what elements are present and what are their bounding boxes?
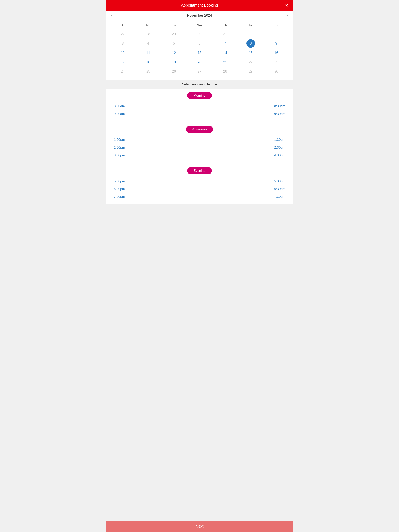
calendar-day[interactable]: 20 bbox=[195, 58, 204, 66]
time-slot[interactable]: 7:00pm bbox=[114, 195, 129, 199]
calendar-day[interactable]: 13 bbox=[195, 49, 204, 57]
calendar-day[interactable]: 7 bbox=[221, 39, 229, 48]
weekday-label: Fr bbox=[238, 22, 264, 28]
time-row: 9:00am9:30am bbox=[114, 110, 285, 118]
time-slot[interactable]: 8:00am bbox=[114, 104, 129, 108]
weekday-label: Tu bbox=[161, 22, 187, 28]
time-group-header: Afternoon bbox=[106, 123, 293, 134]
weekday-label: Mo bbox=[135, 22, 161, 28]
next-month-button[interactable]: › bbox=[283, 12, 291, 19]
calendar-day[interactable]: 8 bbox=[246, 39, 255, 48]
time-group-badge-afternoon: Afternoon bbox=[186, 126, 213, 133]
time-slot[interactable]: 5:30pm bbox=[270, 179, 285, 183]
days-grid: 2728293031123456789101112131415161718192… bbox=[110, 30, 289, 76]
calendar-day[interactable]: 19 bbox=[170, 58, 178, 66]
calendar-day: 31 bbox=[221, 30, 229, 38]
time-group-afternoon: Afternoon1:00pm1:30pm2:00pm2:30pm3:00pm4… bbox=[106, 123, 293, 162]
back-button[interactable]: ‹ bbox=[109, 1, 114, 9]
weekday-label: We bbox=[187, 22, 212, 28]
calendar-day: 6 bbox=[195, 39, 204, 48]
time-slot[interactable]: 7:30pm bbox=[270, 195, 285, 199]
time-row: 2:00pm2:30pm bbox=[114, 144, 285, 152]
calendar-day[interactable]: 17 bbox=[118, 58, 127, 66]
header-title: Appointment Booking bbox=[181, 3, 218, 8]
weekday-label: Sa bbox=[264, 22, 289, 28]
calendar-day: 26 bbox=[170, 67, 178, 76]
calendar-day[interactable]: 21 bbox=[221, 58, 229, 66]
close-button[interactable]: ✕ bbox=[283, 1, 290, 9]
calendar-day: 3 bbox=[118, 39, 127, 48]
time-slot[interactable]: 2:30pm bbox=[270, 146, 285, 150]
calendar-day: 23 bbox=[272, 58, 281, 66]
app-header: ‹ Appointment Booking ✕ bbox=[106, 0, 293, 11]
calendar-day[interactable]: 15 bbox=[246, 49, 255, 57]
time-slot[interactable]: 6:30pm bbox=[270, 187, 285, 191]
time-group-evening: Evening5:00pm5:30pm6:00pm6:30pm7:00pm7:3… bbox=[106, 164, 293, 204]
time-slot[interactable]: 1:00pm bbox=[114, 138, 129, 142]
time-group-morning: Morning8:00am8:30am9:00am9:30am bbox=[106, 89, 293, 121]
calendar-day: 28 bbox=[144, 30, 153, 38]
calendar-day[interactable]: 1 bbox=[246, 30, 255, 38]
calendar-day[interactable]: 12 bbox=[170, 49, 178, 57]
calendar-day[interactable]: 9 bbox=[272, 39, 281, 48]
time-row: 7:00pm7:30pm bbox=[114, 193, 285, 201]
time-row: 8:00am8:30am bbox=[114, 102, 285, 110]
time-section: Morning8:00am8:30am9:00am9:30amAfternoon… bbox=[106, 89, 293, 204]
time-slot[interactable]: 9:30am bbox=[270, 112, 285, 116]
calendar-day[interactable]: 10 bbox=[118, 49, 127, 57]
calendar-day: 4 bbox=[144, 39, 153, 48]
calendar-day[interactable]: 11 bbox=[144, 49, 153, 57]
next-button[interactable]: Next bbox=[109, 524, 290, 528]
divider bbox=[106, 122, 293, 122]
time-slot[interactable]: 9:00am bbox=[114, 112, 129, 116]
calendar-day: 22 bbox=[246, 58, 255, 66]
weekday-headers: SuMoTuWeThFrSa bbox=[110, 22, 289, 28]
time-slots: 8:00am8:30am9:00am9:30am bbox=[106, 101, 293, 121]
time-group-header: Evening bbox=[106, 164, 293, 176]
calendar-day: 27 bbox=[118, 30, 127, 38]
time-slot[interactable]: 6:00pm bbox=[114, 187, 129, 191]
time-group-badge-morning: Morning bbox=[187, 92, 212, 99]
calendar-day: 25 bbox=[144, 67, 153, 76]
time-slot[interactable]: 5:00pm bbox=[114, 179, 129, 183]
prev-month-button[interactable]: ‹ bbox=[108, 12, 116, 19]
time-row: 3:00pm4:30pm bbox=[114, 152, 285, 159]
calendar-day: 27 bbox=[195, 67, 204, 76]
calendar-day: 5 bbox=[170, 39, 178, 48]
calendar-day[interactable]: 18 bbox=[144, 58, 153, 66]
time-slot[interactable]: 2:00pm bbox=[114, 146, 129, 150]
weekday-label: Su bbox=[110, 22, 135, 28]
calendar-day: 29 bbox=[170, 30, 178, 38]
select-time-label: Select an available time bbox=[106, 80, 293, 89]
time-slot[interactable]: 4:30pm bbox=[270, 153, 285, 157]
time-slots: 1:00pm1:30pm2:00pm2:30pm3:00pm4:30pm bbox=[106, 134, 293, 162]
calendar-day[interactable]: 2 bbox=[272, 30, 281, 38]
calendar-day[interactable]: 16 bbox=[272, 49, 281, 57]
time-row: 5:00pm5:30pm bbox=[114, 177, 285, 185]
calendar-day: 29 bbox=[246, 67, 255, 76]
month-title: November 2024 bbox=[187, 13, 212, 18]
calendar-day: 24 bbox=[118, 67, 127, 76]
time-group-header: Morning bbox=[106, 89, 293, 101]
calendar-day: 30 bbox=[195, 30, 204, 38]
time-slot[interactable]: 3:00pm bbox=[114, 153, 129, 157]
next-button-container[interactable]: Next bbox=[106, 520, 293, 532]
divider bbox=[106, 163, 293, 163]
calendar-day: 28 bbox=[221, 67, 229, 76]
time-row: 1:00pm1:30pm bbox=[114, 136, 285, 144]
time-slot[interactable]: 8:30am bbox=[270, 104, 285, 108]
calendar-day: 30 bbox=[272, 67, 281, 76]
footer-spacer bbox=[106, 204, 293, 532]
calendar: SuMoTuWeThFrSa 2728293031123456789101112… bbox=[106, 20, 293, 80]
time-slots: 5:00pm5:30pm6:00pm6:30pm7:00pm7:30pm bbox=[106, 176, 293, 204]
time-row: 6:00pm6:30pm bbox=[114, 185, 285, 193]
time-group-badge-evening: Evening bbox=[187, 167, 212, 174]
time-slot[interactable]: 1:30pm bbox=[270, 138, 285, 142]
weekday-label: Th bbox=[212, 22, 238, 28]
month-navigation: ‹ November 2024 › bbox=[106, 11, 293, 20]
calendar-day[interactable]: 14 bbox=[221, 49, 229, 57]
